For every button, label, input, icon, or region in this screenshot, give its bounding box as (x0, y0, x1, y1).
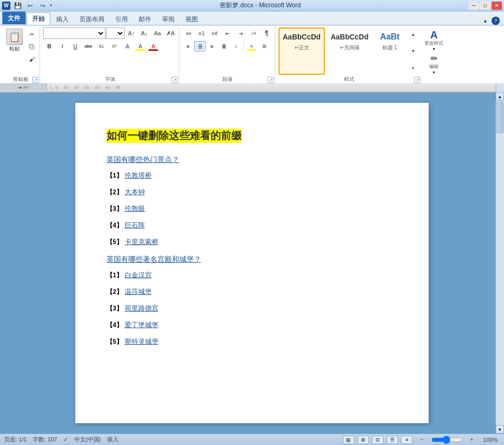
styles-expander[interactable]: ↗ (414, 77, 420, 83)
item-text: 斯特灵城堡 (125, 337, 158, 346)
tab-file[interactable]: 文件 (2, 11, 26, 25)
show-formatting-button[interactable]: ¶ (260, 28, 273, 39)
cut-button[interactable]: ✂ (26, 29, 37, 40)
bold-button[interactable]: B (43, 41, 56, 52)
qat-dropdown[interactable]: ▾ (50, 3, 52, 8)
change-style-button[interactable]: A 更改样式 ▾ (425, 30, 443, 51)
style-title1[interactable]: AaBt 标题 1 (374, 28, 405, 75)
zoom-in-button[interactable]: + (466, 434, 478, 446)
font-case-button[interactable]: Aa (151, 28, 164, 39)
font-name-select[interactable] (43, 28, 105, 39)
item-num: 【3】 (107, 304, 123, 313)
scroll-up-button[interactable]: ▲ (496, 92, 504, 101)
justify-button[interactable]: ≣ (218, 41, 230, 51)
bullets-button[interactable]: ≡• (182, 28, 195, 39)
increase-indent-button[interactable]: ⇥ (234, 28, 247, 39)
tab-layout[interactable]: 页面布局 (74, 14, 110, 25)
redo-qat-button[interactable]: ↪ (37, 1, 48, 11)
decrease-indent-button[interactable]: ⇤ (221, 28, 234, 39)
shading-button[interactable]: A (245, 41, 258, 52)
style-zhengwen-label: ↵正文 (295, 44, 309, 51)
subscript-button[interactable]: X₂ (95, 41, 108, 52)
clipboard-expander[interactable]: ↗ (32, 77, 38, 83)
font-expander[interactable]: ↗ (171, 77, 178, 83)
multilevel-button[interactable]: ≡# (208, 28, 221, 39)
ribbon-minimize-button[interactable]: ▲ (481, 17, 489, 25)
clear-format-button[interactable]: ✗A (164, 28, 177, 39)
view-web-button[interactable]: ⊡ (372, 436, 383, 444)
font-grow-button[interactable]: A↑ (125, 28, 138, 39)
view-outline-button[interactable]: ☰ (387, 436, 398, 444)
styles-label: 样式 (344, 76, 354, 83)
tab-home[interactable]: 开始 (26, 12, 50, 25)
view-draft-button[interactable]: ≡ (401, 436, 413, 444)
list-item: 【4】 巨石阵 (107, 221, 397, 230)
item-text: 白金汉宫 (125, 271, 152, 280)
style-title1-label: 标题 1 (382, 44, 397, 51)
editing-group: A 更改样式 ▾ ✏ 编辑 ▾ (422, 26, 445, 84)
vertical-scrollbar[interactable]: ▲ ▼ (496, 92, 504, 434)
view-fullscreen-button[interactable]: ⊞ (357, 436, 369, 444)
tab-reference[interactable]: 引用 (110, 14, 133, 25)
line-spacing-button[interactable]: ↕ (230, 41, 242, 51)
format-painter-button[interactable]: 🖌 (26, 53, 37, 65)
ribbon-help-button[interactable]: ? (492, 17, 500, 25)
save-qat-button[interactable]: 💾 (12, 1, 23, 11)
align-left-button[interactable]: ≡ (182, 41, 194, 51)
text-effect-button[interactable]: A (121, 41, 134, 52)
list-item: 【3】 荷里路德宫 (107, 304, 397, 313)
tab-view[interactable]: 视图 (180, 14, 203, 25)
font-label: 字体 (105, 76, 115, 83)
font-size-select[interactable] (106, 28, 125, 39)
italic-button[interactable]: I (56, 41, 69, 52)
style-nowujian-label: ↵无间隔 (340, 44, 360, 51)
copy-button[interactable]: ⿻ (26, 41, 37, 52)
zoom-slider[interactable] (431, 437, 462, 443)
styles-scroll-down[interactable]: ▼ (407, 46, 419, 57)
paragraph-expander[interactable]: ↗ (268, 77, 274, 83)
scroll-thumb[interactable] (496, 102, 503, 133)
item-text: 卡里克索桥 (125, 237, 158, 247)
page-info: 页面: 1/1 (4, 436, 26, 443)
font-shrink-button[interactable]: A↓ (138, 28, 151, 39)
tab-insert[interactable]: 插入 (51, 14, 74, 25)
item-text: 温莎城堡 (125, 287, 152, 296)
strikethrough-button[interactable]: abc (82, 41, 95, 52)
styles-more[interactable]: ▾ (407, 62, 419, 74)
zoom-out-button[interactable]: − (416, 434, 428, 446)
minimize-button[interactable]: ─ (469, 2, 479, 10)
scroll-down-button[interactable]: ▼ (496, 425, 504, 434)
edit-button[interactable]: ✏ 编辑 ▾ (429, 53, 439, 75)
list-item: 【5】 卡里克索桥 (107, 237, 397, 247)
styles-group: AaBbCcDd ↵正文 AaBbCcDd ↵无间隔 AaBt 标题 1 ▲ ▼… (276, 26, 421, 84)
horizontal-ruler: ◂▸ FIt | 5 10 15 20 25 30 35 (0, 83, 504, 92)
style-zhengwen[interactable]: AaBbCcDd ↵正文 (278, 28, 325, 75)
undo-qat-button[interactable]: ↩ (25, 1, 35, 11)
paste-button[interactable]: 📋 粘贴 (4, 28, 25, 53)
text-highlight-button[interactable]: A (134, 41, 147, 52)
font-group: A↑ A↓ Aa ✗A B I U abc X₂ X² A A (41, 26, 179, 84)
align-center-button[interactable]: ☰ (194, 41, 206, 51)
paragraph-group: ≡• ≡1 ≡# ⇤ ⇥ ↕A ¶ ≡ ☰ ≡ ≣ ↕ A (180, 26, 275, 84)
item-text: 大本钟 (125, 187, 145, 197)
styles-scroll-up[interactable]: ▲ (407, 29, 419, 40)
tab-mail[interactable]: 邮件 (134, 14, 156, 25)
section1-heading: 英国有哪些热门景点？ (107, 155, 397, 165)
numbering-button[interactable]: ≡1 (195, 28, 208, 39)
tab-review[interactable]: 审阅 (157, 14, 180, 25)
align-right-button[interactable]: ≡ (206, 41, 218, 51)
style-nowujian[interactable]: AaBbCcDd ↵无间隔 (326, 28, 373, 75)
maximize-button[interactable]: □ (480, 2, 490, 10)
font-color-button[interactable]: A (147, 41, 160, 52)
border-button[interactable]: ⊞ (258, 41, 271, 52)
view-print-button[interactable]: ▤ (343, 436, 354, 444)
sort-button[interactable]: ↕A (247, 28, 260, 39)
close-button[interactable]: ✕ (492, 2, 502, 10)
clipboard-content: 📋 粘贴 ✂ ⿻ 🖌 (4, 28, 37, 75)
item-num: 【4】 (107, 321, 123, 330)
underline-button[interactable]: U (69, 41, 82, 52)
superscript-button[interactable]: X² (108, 41, 121, 52)
item-num: 【3】 (107, 205, 123, 213)
ribbon: 文件 开始 插入 页面布局 引用 邮件 审阅 视图 ▲ ? 📋 粘贴 ✂ (0, 11, 504, 86)
section2-heading: 英国有哪些著名宫殿和城堡？ (107, 255, 397, 264)
